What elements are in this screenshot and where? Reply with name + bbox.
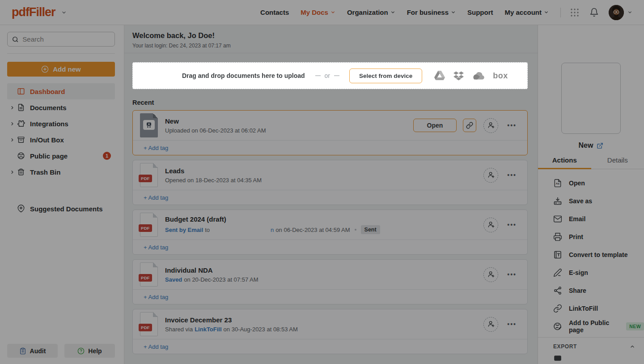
add-collaborator-button[interactable] bbox=[483, 168, 498, 183]
sidebar-item-dashboard[interactable]: Dashboard bbox=[7, 83, 115, 99]
document-preview-glyph bbox=[143, 120, 155, 130]
onedrive-icon[interactable] bbox=[472, 72, 484, 80]
nav-my-account[interactable]: My account bbox=[504, 9, 549, 16]
sent-by-email-link[interactable]: Sent by Email bbox=[165, 227, 203, 233]
add-collaborator-button[interactable] bbox=[483, 267, 498, 282]
content-divider bbox=[124, 53, 538, 53]
nav-contacts[interactable]: Contacts bbox=[260, 9, 289, 16]
document-card-nda[interactable]: PDF Individual NDA Saved on 20-Dec-2023 … bbox=[132, 259, 528, 304]
add-tag-link[interactable]: + Add tag bbox=[144, 294, 168, 300]
user-avatar[interactable] bbox=[609, 5, 624, 20]
logo-chevron-down-icon[interactable] bbox=[61, 10, 67, 15]
sidebar-item-trash-bin[interactable]: Trash Bin bbox=[7, 164, 115, 180]
saved-link[interactable]: Saved bbox=[165, 276, 182, 283]
upload-dropzone[interactable]: Drag and drop documents here to upload o… bbox=[132, 62, 528, 89]
document-card-budget[interactable]: PDF Budget 2024 (draft) Sent by Email to… bbox=[132, 210, 528, 255]
dashboard-icon bbox=[17, 87, 25, 95]
action-share[interactable]: Share bbox=[553, 282, 644, 300]
document-meta: on 06-Dec-2023 at 04:59 AM bbox=[275, 227, 350, 233]
or-separator: or bbox=[315, 72, 339, 79]
action-linktofill[interactable]: LinkToFill bbox=[553, 300, 644, 317]
chevron-right-icon[interactable] bbox=[7, 121, 17, 126]
document-title: Invoice December 23 bbox=[165, 316, 298, 324]
nav-for-business[interactable]: For business bbox=[407, 9, 456, 16]
more-options-button[interactable]: ••• bbox=[507, 171, 517, 179]
action-print[interactable]: Print bbox=[553, 228, 644, 246]
select-from-device-button[interactable]: Select from device bbox=[349, 69, 422, 83]
document-card-new[interactable]: New Uploaded on 06-Dec-2023 at 06:02 AM … bbox=[132, 110, 528, 155]
more-options-button[interactable]: ••• bbox=[507, 122, 517, 129]
external-link-icon[interactable] bbox=[597, 142, 603, 149]
more-options-button[interactable]: ••• bbox=[507, 271, 517, 278]
action-convert-to-template[interactable]: Convert to template bbox=[553, 246, 644, 264]
action-open[interactable]: Aa Open bbox=[553, 174, 644, 192]
google-drive-icon[interactable] bbox=[434, 71, 445, 81]
nav-support[interactable]: Support bbox=[467, 9, 493, 16]
sidebar-item-inout-box[interactable]: In/Out Box bbox=[7, 132, 115, 148]
chevron-right-icon[interactable] bbox=[7, 105, 17, 110]
trash-icon bbox=[17, 168, 25, 176]
action-add-to-public-page[interactable]: Add to Public page NEW bbox=[553, 317, 644, 335]
add-tag-link[interactable]: + Add tag bbox=[144, 343, 168, 350]
box-icon[interactable]: box bbox=[493, 71, 508, 81]
export-section-header[interactable]: EXPORT bbox=[538, 337, 644, 350]
action-save-as[interactable]: Save as bbox=[553, 192, 644, 210]
sidebar-item-public-page[interactable]: Public page 1 bbox=[7, 148, 115, 164]
nav-my-docs[interactable]: My Docs bbox=[301, 9, 335, 16]
add-collaborator-button[interactable] bbox=[483, 118, 498, 133]
sidebar-item-documents[interactable]: Documents bbox=[7, 99, 115, 116]
document-meta: on 20-Dec-2023 at 07:57 AM bbox=[184, 276, 258, 283]
page-fold bbox=[153, 113, 158, 118]
add-collaborator-button[interactable] bbox=[483, 218, 498, 232]
add-new-button[interactable]: Add new bbox=[7, 62, 115, 77]
audit-button[interactable]: Audit bbox=[7, 344, 58, 358]
action-esign[interactable]: E-sign bbox=[553, 264, 644, 282]
audit-clipboard-icon bbox=[19, 347, 26, 355]
dropbox-icon[interactable] bbox=[453, 71, 464, 81]
header-divider bbox=[560, 8, 561, 17]
document-preview[interactable] bbox=[561, 63, 621, 134]
search-box[interactable] bbox=[7, 32, 115, 47]
plus-circle-icon bbox=[41, 65, 49, 73]
cloud-providers: box bbox=[434, 71, 508, 81]
add-collaborator-button[interactable] bbox=[483, 317, 498, 332]
linktofill-link-icon bbox=[553, 304, 562, 313]
document-title: Budget 2024 (draft) bbox=[165, 215, 380, 223]
suggested-documents-link[interactable]: Suggested Documents bbox=[7, 201, 115, 217]
add-tag-link[interactable]: + Add tag bbox=[144, 244, 168, 251]
recipient-fragment: n bbox=[271, 227, 274, 233]
status-badge: Sent bbox=[361, 225, 380, 234]
linktofill-link[interactable]: LinkToFill bbox=[195, 326, 221, 333]
document-card-invoice[interactable]: PDF Invoice December 23 Shared via LinkT… bbox=[132, 309, 528, 354]
document-title: Leads bbox=[165, 167, 262, 175]
pdffiller-logo[interactable]: pdfFiller bbox=[12, 5, 55, 19]
chevron-right-icon[interactable] bbox=[7, 137, 17, 142]
copy-link-button[interactable] bbox=[463, 119, 476, 132]
sidebar-item-integrations[interactable]: Integrations bbox=[7, 116, 115, 132]
esign-pen-icon bbox=[553, 268, 562, 277]
more-options-button[interactable]: ••• bbox=[507, 321, 517, 328]
document-card-leads[interactable]: PDF Leads Opened on 18-Dec-2023 at 04:35… bbox=[132, 160, 528, 205]
chevron-up-icon bbox=[630, 344, 635, 349]
pdf-thumbnail: PDF bbox=[140, 312, 158, 336]
help-button[interactable]: Help bbox=[64, 344, 115, 358]
nav-organization[interactable]: Organization bbox=[347, 9, 395, 16]
tab-details[interactable]: Details bbox=[591, 156, 644, 169]
recent-section-title: Recent bbox=[132, 99, 528, 106]
apps-grid-icon[interactable] bbox=[570, 8, 580, 17]
notifications-bell-icon[interactable] bbox=[589, 8, 599, 17]
more-options-button[interactable]: ••• bbox=[507, 221, 517, 228]
actions-list: Aa Open Save as Email Print Conver bbox=[538, 169, 644, 335]
chevron-right-icon[interactable] bbox=[7, 170, 17, 175]
open-button[interactable]: Open bbox=[413, 119, 457, 132]
dropzone-label: Drag and drop documents here to upload bbox=[182, 72, 305, 79]
action-email[interactable]: Email bbox=[553, 210, 644, 228]
add-tag-link[interactable]: + Add tag bbox=[144, 145, 168, 151]
document-meta: Uploaded on 06-Dec-2023 at 06:02 AM bbox=[165, 127, 266, 134]
add-tag-link[interactable]: + Add tag bbox=[144, 194, 168, 201]
search-input[interactable] bbox=[22, 35, 110, 43]
account-menu[interactable] bbox=[609, 5, 632, 20]
tab-actions[interactable]: Actions bbox=[538, 156, 591, 169]
chevron-down-icon bbox=[451, 10, 456, 15]
chevron-down-icon bbox=[390, 10, 395, 15]
